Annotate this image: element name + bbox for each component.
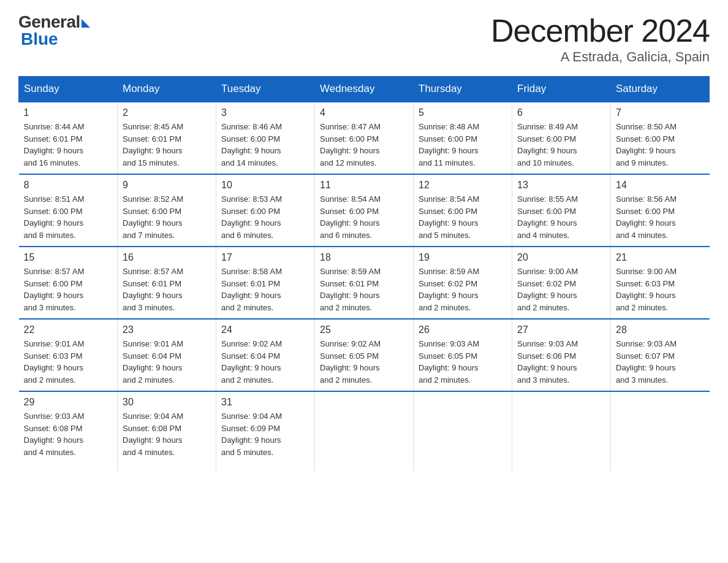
calendar-day-cell: 26 Sunrise: 9:03 AM Sunset: 6:05 PM Dayl…: [414, 319, 512, 391]
calendar-day-cell: 6 Sunrise: 8:49 AM Sunset: 6:00 PM Dayli…: [512, 102, 611, 174]
day-info: Sunrise: 8:47 AM Sunset: 6:00 PM Dayligh…: [320, 121, 408, 169]
day-info: Sunrise: 8:54 AM Sunset: 6:00 PM Dayligh…: [419, 193, 507, 241]
calendar-day-cell: 2 Sunrise: 8:45 AM Sunset: 6:01 PM Dayli…: [118, 102, 216, 174]
day-number: 1: [24, 107, 113, 118]
calendar-day-cell: 11 Sunrise: 8:54 AM Sunset: 6:00 PM Dayl…: [315, 174, 414, 247]
day-of-week-header: Sunday: [19, 77, 118, 102]
day-info: Sunrise: 9:00 AM Sunset: 6:02 PM Dayligh…: [517, 266, 605, 313]
day-info: Sunrise: 8:45 AM Sunset: 6:01 PM Dayligh…: [123, 121, 211, 169]
day-info: Sunrise: 9:03 AM Sunset: 6:07 PM Dayligh…: [616, 338, 705, 386]
calendar-day-cell: 21 Sunrise: 9:00 AM Sunset: 6:03 PM Dayl…: [611, 247, 710, 319]
day-number: 23: [123, 324, 211, 335]
day-number: 4: [320, 107, 408, 118]
calendar-day-cell: 13 Sunrise: 8:55 AM Sunset: 6:00 PM Dayl…: [512, 174, 611, 247]
day-number: 18: [320, 252, 408, 263]
day-info: Sunrise: 8:59 AM Sunset: 6:02 PM Dayligh…: [419, 266, 507, 313]
calendar-day-cell: 19 Sunrise: 8:59 AM Sunset: 6:02 PM Dayl…: [414, 247, 512, 319]
calendar-week-row: 1 Sunrise: 8:44 AM Sunset: 6:01 PM Dayli…: [19, 102, 710, 174]
day-info: Sunrise: 8:58 AM Sunset: 6:01 PM Dayligh…: [221, 266, 309, 313]
day-number: 6: [517, 107, 605, 118]
day-info: Sunrise: 8:56 AM Sunset: 6:00 PM Dayligh…: [616, 193, 705, 241]
calendar-day-cell: 28 Sunrise: 9:03 AM Sunset: 6:07 PM Dayl…: [611, 319, 710, 391]
day-number: 7: [616, 107, 705, 118]
page-header: General Blue December 2024 A Estrada, Ga…: [18, 12, 710, 65]
calendar-day-cell: 22 Sunrise: 9:01 AM Sunset: 6:03 PM Dayl…: [19, 319, 118, 391]
day-info: Sunrise: 8:50 AM Sunset: 6:00 PM Dayligh…: [616, 121, 705, 169]
day-number: 2: [123, 107, 211, 118]
calendar-day-cell: 9 Sunrise: 8:52 AM Sunset: 6:00 PM Dayli…: [118, 174, 216, 247]
day-number: 5: [419, 107, 507, 118]
day-of-week-header: Friday: [512, 77, 611, 102]
day-info: Sunrise: 9:03 AM Sunset: 6:05 PM Dayligh…: [419, 338, 507, 386]
calendar-day-cell: 14 Sunrise: 8:56 AM Sunset: 6:00 PM Dayl…: [611, 174, 710, 247]
day-info: Sunrise: 9:01 AM Sunset: 6:04 PM Dayligh…: [123, 338, 211, 386]
day-number: 16: [123, 252, 211, 263]
calendar-day-cell: 17 Sunrise: 8:58 AM Sunset: 6:01 PM Dayl…: [216, 247, 315, 319]
day-of-week-header: Saturday: [611, 77, 710, 102]
day-info: Sunrise: 9:02 AM Sunset: 6:05 PM Dayligh…: [320, 338, 408, 386]
calendar-day-cell: 20 Sunrise: 9:00 AM Sunset: 6:02 PM Dayl…: [512, 247, 611, 319]
calendar-day-cell: 25 Sunrise: 9:02 AM Sunset: 6:05 PM Dayl…: [315, 319, 414, 391]
calendar-day-cell: [315, 391, 414, 471]
day-number: 13: [517, 180, 605, 191]
calendar-day-cell: 1 Sunrise: 8:44 AM Sunset: 6:01 PM Dayli…: [19, 102, 118, 174]
calendar-subtitle: A Estrada, Galicia, Spain: [491, 49, 710, 65]
calendar-day-cell: 27 Sunrise: 9:03 AM Sunset: 6:06 PM Dayl…: [512, 319, 611, 391]
logo: General Blue: [18, 12, 90, 49]
logo-arrow-icon: [82, 19, 90, 28]
day-info: Sunrise: 9:03 AM Sunset: 6:06 PM Dayligh…: [517, 338, 605, 386]
day-number: 21: [616, 252, 705, 263]
day-number: 3: [221, 107, 309, 118]
day-number: 25: [320, 324, 408, 335]
calendar-day-cell: 3 Sunrise: 8:46 AM Sunset: 6:00 PM Dayli…: [216, 102, 315, 174]
calendar-day-cell: [512, 391, 611, 471]
calendar-title-block: December 2024 A Estrada, Galicia, Spain: [491, 12, 710, 65]
day-info: Sunrise: 8:57 AM Sunset: 6:00 PM Dayligh…: [24, 266, 113, 313]
calendar-title: December 2024: [491, 12, 710, 49]
calendar-week-row: 29 Sunrise: 9:03 AM Sunset: 6:08 PM Dayl…: [19, 391, 710, 471]
day-number: 12: [419, 180, 507, 191]
day-number: 9: [123, 180, 211, 191]
day-number: 30: [123, 397, 211, 408]
calendar-day-cell: 10 Sunrise: 8:53 AM Sunset: 6:00 PM Dayl…: [216, 174, 315, 247]
day-of-week-header: Thursday: [414, 77, 512, 102]
day-number: 11: [320, 180, 408, 191]
calendar-day-cell: 24 Sunrise: 9:02 AM Sunset: 6:04 PM Dayl…: [216, 319, 315, 391]
day-number: 24: [221, 324, 309, 335]
day-number: 10: [221, 180, 309, 191]
day-number: 22: [24, 324, 113, 335]
calendar-day-cell: 30 Sunrise: 9:04 AM Sunset: 6:08 PM Dayl…: [118, 391, 216, 471]
day-info: Sunrise: 8:55 AM Sunset: 6:00 PM Dayligh…: [517, 193, 605, 241]
day-number: 20: [517, 252, 605, 263]
calendar-day-cell: [611, 391, 710, 471]
day-of-week-header: Wednesday: [315, 77, 414, 102]
calendar-header-row: SundayMondayTuesdayWednesdayThursdayFrid…: [19, 77, 710, 102]
day-number: 14: [616, 180, 705, 191]
day-info: Sunrise: 8:48 AM Sunset: 6:00 PM Dayligh…: [419, 121, 507, 169]
day-number: 31: [221, 397, 309, 408]
calendar-day-cell: 18 Sunrise: 8:59 AM Sunset: 6:01 PM Dayl…: [315, 247, 414, 319]
calendar-table: SundayMondayTuesdayWednesdayThursdayFrid…: [18, 76, 710, 471]
day-info: Sunrise: 9:03 AM Sunset: 6:08 PM Dayligh…: [24, 410, 113, 458]
calendar-day-cell: 5 Sunrise: 8:48 AM Sunset: 6:00 PM Dayli…: [414, 102, 512, 174]
calendar-day-cell: 15 Sunrise: 8:57 AM Sunset: 6:00 PM Dayl…: [19, 247, 118, 319]
day-of-week-header: Tuesday: [216, 77, 315, 102]
day-number: 15: [24, 252, 113, 263]
day-info: Sunrise: 9:04 AM Sunset: 6:09 PM Dayligh…: [221, 410, 309, 458]
day-info: Sunrise: 8:53 AM Sunset: 6:00 PM Dayligh…: [221, 193, 309, 241]
calendar-day-cell: 31 Sunrise: 9:04 AM Sunset: 6:09 PM Dayl…: [216, 391, 315, 471]
calendar-day-cell: 16 Sunrise: 8:57 AM Sunset: 6:01 PM Dayl…: [118, 247, 216, 319]
calendar-day-cell: 29 Sunrise: 9:03 AM Sunset: 6:08 PM Dayl…: [19, 391, 118, 471]
day-number: 29: [24, 397, 113, 408]
day-info: Sunrise: 8:59 AM Sunset: 6:01 PM Dayligh…: [320, 266, 408, 313]
calendar-week-row: 8 Sunrise: 8:51 AM Sunset: 6:00 PM Dayli…: [19, 174, 710, 247]
calendar-day-cell: 12 Sunrise: 8:54 AM Sunset: 6:00 PM Dayl…: [414, 174, 512, 247]
day-number: 8: [24, 180, 113, 191]
calendar-day-cell: [414, 391, 512, 471]
day-info: Sunrise: 9:01 AM Sunset: 6:03 PM Dayligh…: [24, 338, 113, 386]
calendar-day-cell: 8 Sunrise: 8:51 AM Sunset: 6:00 PM Dayli…: [19, 174, 118, 247]
logo-blue-text: Blue: [18, 29, 58, 49]
calendar-week-row: 22 Sunrise: 9:01 AM Sunset: 6:03 PM Dayl…: [19, 319, 710, 391]
day-number: 27: [517, 324, 605, 335]
day-number: 28: [616, 324, 705, 335]
